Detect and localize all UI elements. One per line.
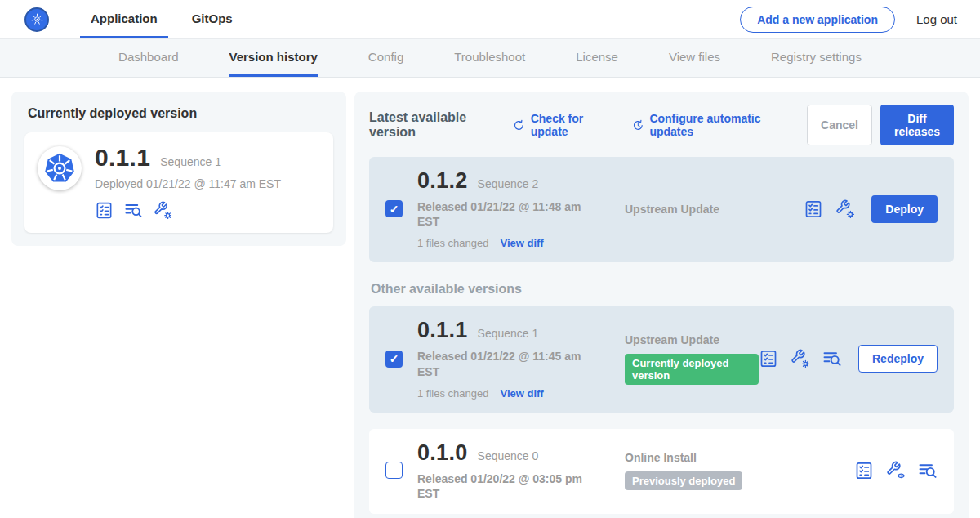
edit-config-icon[interactable] — [791, 349, 810, 368]
release-notes-icon[interactable] — [95, 201, 114, 220]
kubernetes-logo-icon — [24, 7, 49, 32]
tab-gitops[interactable]: GitOps — [181, 0, 243, 38]
tab-version-history[interactable]: Version history — [229, 39, 317, 77]
view-diff-link[interactable]: View diff — [500, 387, 543, 400]
view-config-icon[interactable] — [886, 461, 906, 480]
tab-view-files-label: View files — [669, 50, 720, 64]
version-source: Upstream Update Currently deployed versi… — [625, 333, 759, 385]
released-timestamp: Released 01/20/22 @ 03:05 pm EST — [417, 471, 585, 501]
version-sequence: Sequence 2 — [478, 177, 539, 190]
version-checkbox[interactable] — [385, 462, 403, 479]
top-nav: Application GitOps Add a new application… — [0, 0, 980, 39]
version-sequence: Sequence 0 — [478, 449, 539, 462]
topnav-right: Add a new application Log out — [740, 0, 957, 38]
released-timestamp: Released 01/21/22 @ 11:45 am EST — [417, 349, 585, 378]
tab-dashboard[interactable]: Dashboard — [118, 39, 178, 77]
check-for-update-link[interactable]: Check for update — [513, 112, 611, 138]
version-source: Online Install Previously deployed — [625, 451, 742, 490]
files-changed: 1 files changed — [417, 237, 488, 249]
version-actions: Redeploy — [759, 345, 938, 373]
source-label: Upstream Update — [625, 333, 759, 346]
auto-update-icon — [632, 118, 644, 132]
tab-application-label: Application — [91, 11, 158, 25]
tab-view-files[interactable]: View files — [669, 39, 720, 77]
tab-license-label: License — [576, 50, 618, 64]
deployed-sequence: Sequence 1 — [160, 155, 221, 168]
currently-deployed-panel: Currently deployed version 0.1.1 Sequenc… — [11, 92, 346, 246]
deployed-version-card: 0.1.1 Sequence 1 Deployed 01/21/22 @ 11:… — [24, 132, 333, 233]
tab-registry-settings[interactable]: Registry settings — [771, 39, 862, 77]
add-application-button[interactable]: Add a new application — [740, 7, 895, 33]
version-sequence: Sequence 1 — [478, 327, 539, 340]
check-for-update-label: Check for update — [531, 112, 611, 138]
version-info: 0.1.2 Sequence 2 Released 01/21/22 @ 11:… — [417, 168, 592, 249]
tab-troubleshoot-label: Troubleshoot — [454, 50, 525, 64]
released-timestamp: Released 01/21/22 @ 11:48 am EST — [417, 199, 585, 229]
tab-application[interactable]: Application — [80, 0, 168, 38]
view-files-icon[interactable] — [822, 349, 842, 368]
files-changed: 1 files changed — [417, 387, 488, 400]
source-label: Upstream Update — [625, 203, 719, 216]
other-versions-title: Other available versions — [371, 282, 954, 297]
app-logo-icon — [38, 146, 82, 190]
version-checkbox[interactable] — [385, 351, 403, 368]
source-label: Online Install — [625, 451, 742, 464]
tab-dashboard-label: Dashboard — [118, 50, 178, 64]
currently-deployed-title: Currently deployed version — [28, 106, 330, 121]
version-row-0-1-2: 0.1.2 Sequence 2 Released 01/21/22 @ 11:… — [369, 157, 954, 262]
release-notes-icon[interactable] — [804, 199, 823, 219]
latest-version-panel: Latest available version Check for updat… — [354, 92, 969, 518]
redeploy-button[interactable]: Redeploy — [858, 345, 938, 373]
deploy-button[interactable]: Deploy — [871, 195, 938, 223]
release-notes-icon[interactable] — [854, 461, 874, 480]
version-number: 0.1.2 — [417, 168, 468, 194]
deployed-timestamp: Deployed 01/21/22 @ 11:47 am EST — [95, 177, 281, 190]
main-content: Currently deployed version 0.1.1 Sequenc… — [0, 78, 980, 518]
tab-config[interactable]: Config — [368, 39, 403, 77]
tab-version-history-label: Version history — [229, 50, 317, 64]
version-row-0-1-1: 0.1.1 Sequence 1 Released 01/21/22 @ 11:… — [369, 306, 954, 412]
tab-troubleshoot[interactable]: Troubleshoot — [454, 39, 525, 77]
configure-auto-updates-link[interactable]: Configure automatic updates — [632, 112, 786, 138]
view-files-icon[interactable] — [918, 461, 938, 480]
version-info: 0.1.1 Sequence 1 Released 01/21/22 @ 11:… — [417, 318, 592, 399]
check-update-icon — [513, 118, 525, 132]
edit-config-icon[interactable] — [154, 201, 172, 220]
edit-config-icon[interactable] — [835, 199, 855, 219]
deployed-version-info: 0.1.1 Sequence 1 Deployed 01/21/22 @ 11:… — [95, 144, 281, 220]
app-sub-nav: Dashboard Version history Config Trouble… — [0, 39, 980, 78]
version-actions — [854, 461, 938, 480]
tab-config-label: Config — [368, 50, 403, 64]
tab-license[interactable]: License — [576, 39, 618, 77]
view-files-icon[interactable] — [124, 201, 143, 220]
version-actions: Deploy — [804, 195, 938, 223]
tab-gitops-label: GitOps — [192, 11, 233, 25]
app-tabs: Application GitOps — [80, 0, 243, 38]
latest-version-header: Latest available version Check for updat… — [369, 105, 954, 145]
version-number: 0.1.0 — [417, 440, 468, 466]
version-number: 0.1.1 — [417, 318, 468, 343]
version-checkbox[interactable] — [385, 200, 403, 217]
view-diff-link[interactable]: View diff — [500, 237, 543, 249]
tab-registry-settings-label: Registry settings — [771, 50, 862, 64]
diff-releases-button[interactable]: Diff releases — [880, 105, 954, 145]
version-source: Upstream Update — [625, 203, 719, 216]
release-notes-icon[interactable] — [759, 349, 778, 368]
latest-version-title: Latest available version — [369, 110, 497, 140]
logout-link[interactable]: Log out — [916, 12, 957, 26]
deployed-version-number: 0.1.1 — [95, 144, 150, 172]
version-info: 0.1.0 Sequence 0 Released 01/20/22 @ 03:… — [417, 440, 592, 501]
currently-deployed-badge: Currently deployed version — [625, 354, 759, 385]
previously-deployed-badge: Previously deployed — [625, 471, 742, 490]
configure-auto-updates-label: Configure automatic updates — [649, 112, 786, 138]
cancel-button[interactable]: Cancel — [807, 105, 872, 145]
version-row-0-1-0: 0.1.0 Sequence 0 Released 01/20/22 @ 03:… — [369, 429, 954, 514]
